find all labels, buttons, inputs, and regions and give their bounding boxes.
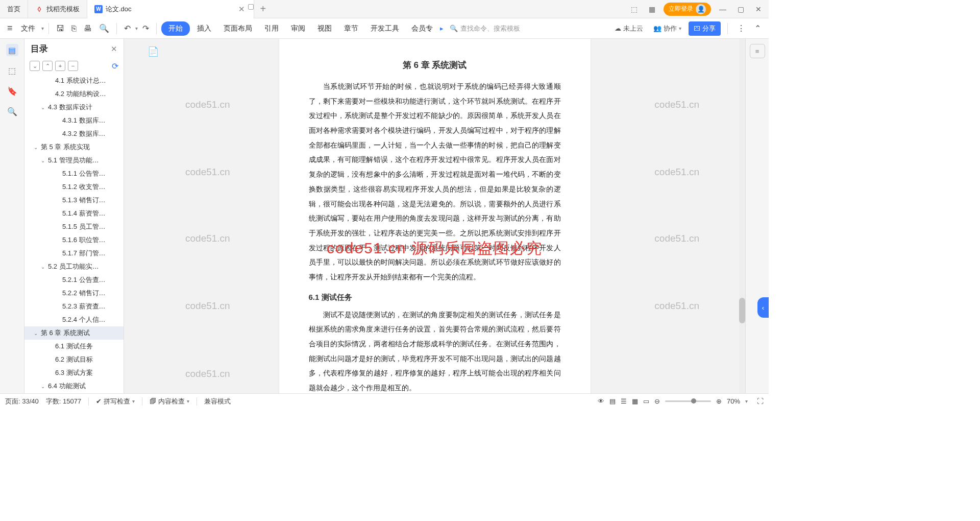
share-button[interactable]: ⮹分享 [689, 21, 721, 36]
outline-item[interactable]: ⌄6.4 功能测试 [24, 380, 124, 393]
menu-icon[interactable]: ≡ [5, 21, 15, 36]
collab-button[interactable]: 👥协作▾ [650, 22, 684, 35]
zoom-out-icon[interactable]: ⊖ [654, 397, 660, 405]
outline-close-icon[interactable]: ✕ [111, 44, 117, 54]
outline-item[interactable]: ⌄4.3 数据库设计 [24, 101, 124, 114]
outline-item[interactable]: 5.2.3 薪资查… [24, 300, 124, 313]
outline-item[interactable]: 4.2 功能结构设… [24, 87, 124, 101]
outline-item-label: 6.1 测试任务 [55, 342, 93, 351]
outline-item[interactable]: 5.1.1 公告管… [24, 167, 124, 180]
redo-icon[interactable]: ↷ [140, 21, 152, 35]
eye-icon[interactable]: 👁 [598, 397, 604, 405]
tab-home[interactable]: 首页 [0, 0, 28, 18]
outline-item[interactable]: 5.1.7 部门管… [24, 247, 124, 260]
close-button[interactable]: ✕ [752, 4, 765, 15]
view-web-icon[interactable]: ▦ [632, 397, 638, 405]
add-tab-button[interactable]: + [254, 3, 273, 15]
outline-item[interactable]: 5.1.6 职位管… [24, 233, 124, 247]
cloud-button[interactable]: ☁未上云 [611, 22, 646, 35]
command-search[interactable]: 🔍查找命令、搜索模板 [446, 24, 524, 33]
outline-list[interactable]: 4.1 系统设计总…4.2 功能结构设…⌄4.3 数据库设计4.3.1 数据库…… [24, 73, 124, 393]
page-status[interactable]: 页面: 33/40 [5, 397, 39, 406]
chevron-down-icon[interactable]: ▾ [41, 26, 44, 31]
ribbon-tab-devtools[interactable]: 开发工具 [365, 21, 404, 36]
view-print-icon[interactable]: ▤ [609, 397, 616, 405]
undo-icon[interactable]: ↶ [121, 21, 133, 35]
outline-item[interactable]: 4.3.2 数据库… [24, 127, 124, 140]
ribbon-tab-review[interactable]: 审阅 [286, 21, 310, 36]
print-icon[interactable]: 🖶 [81, 22, 94, 35]
outline-item[interactable]: 5.1.4 薪资管… [24, 207, 124, 220]
chapter-title: 第 6 章 系统测试 [309, 59, 561, 71]
outline-item[interactable]: 4.1 系统设计总… [24, 74, 124, 87]
apps-icon[interactable]: ▦ [646, 4, 658, 15]
ribbon-tab-view[interactable]: 视图 [312, 21, 337, 36]
spell-icon: ✔ [96, 397, 102, 405]
sync-icon[interactable]: ⟳ [112, 61, 118, 71]
ribbon-tab-insert[interactable]: 插入 [192, 21, 216, 36]
outline-rail-icon[interactable]: ▤ [6, 44, 18, 56]
tab-templates[interactable]: ◊找稻壳模板 [28, 0, 87, 18]
minimize-button[interactable]: — [716, 4, 729, 15]
collapse-icon[interactable]: ⌃ [752, 21, 764, 35]
collapse-all-icon[interactable]: ⌄ [30, 61, 40, 71]
ribbon-tab-start[interactable]: 开始 [161, 21, 190, 36]
outline-item[interactable]: 6.3 测试方案 [24, 366, 124, 380]
outline-item[interactable]: 4.3.1 数据库… [24, 114, 124, 127]
presenter-icon[interactable]: ▢ [248, 2, 254, 10]
content-check-button[interactable]: 🗐内容检查▾ [150, 397, 189, 406]
spell-check-button[interactable]: ✔拼写检查▾ [96, 397, 135, 406]
outline-item[interactable]: 6.2 测试目标 [24, 353, 124, 366]
login-button[interactable]: 立即登录👤 [664, 3, 711, 16]
outline-item[interactable]: 5.1.3 销售订… [24, 194, 124, 207]
ribbon-tab-reference[interactable]: 引用 [259, 21, 284, 36]
compat-mode[interactable]: 兼容模式 [204, 397, 231, 406]
ribbon-tab-section[interactable]: 章节 [339, 21, 363, 36]
outline-item-label: 4.3.2 数据库… [62, 129, 106, 138]
maximize-button[interactable]: ▢ [734, 4, 747, 15]
doc-scrollbar[interactable] [739, 39, 745, 393]
ribbon-tab-layout[interactable]: 页面布局 [218, 21, 257, 36]
search-rail-icon[interactable]: 🔍 [6, 105, 18, 117]
export-icon[interactable]: ⎘ [69, 22, 79, 35]
outline-item[interactable]: 5.1.2 收支管… [24, 180, 124, 194]
zoom-slider[interactable] [665, 400, 711, 402]
outline-item-label: 4.3.1 数据库… [62, 116, 106, 125]
outline-item[interactable]: ⌄第 5 章 系统实现 [24, 140, 124, 154]
add-heading-icon[interactable]: + [55, 61, 65, 71]
outline-item[interactable]: ⌄5.2 员工功能实… [24, 260, 124, 273]
close-icon[interactable]: ✕ [237, 5, 247, 14]
panel-toggle-icon[interactable]: ≡ [750, 44, 765, 58]
save-icon[interactable]: 🖫 [54, 22, 67, 35]
outline-item[interactable]: 5.1.5 员工管… [24, 220, 124, 233]
outline-item[interactable]: ⌄第 6 章 系统测试 [24, 326, 124, 340]
outline-item[interactable]: ⌄5.1 管理员功能… [24, 154, 124, 167]
outline-item[interactable]: 5.2.1 公告查… [24, 273, 124, 287]
outline-item[interactable]: 6.1 测试任务 [24, 340, 124, 353]
watermark: code51.cn [185, 99, 230, 110]
side-tab-button[interactable]: ‹ [757, 297, 769, 318]
bookmark-rail-icon[interactable]: 🔖 [6, 85, 18, 97]
fullscreen-icon[interactable]: ⛶ [757, 397, 764, 405]
page-indicator-icon[interactable]: 📄 [148, 46, 159, 57]
outline-item[interactable]: 5.2.2 销售订… [24, 287, 124, 300]
status-bar: 页面: 33/40 字数: 15077 ✔拼写检查▾ 🗐内容检查▾ 兼容模式 👁… [0, 393, 769, 409]
file-menu[interactable]: 文件 [17, 22, 39, 35]
view-outline-icon[interactable]: ☰ [621, 397, 627, 405]
zoom-in-icon[interactable]: ⊕ [716, 397, 722, 405]
expand-all-icon[interactable]: ⌃ [42, 61, 53, 71]
title-bar: 首页 ◊找稻壳模板 W论文.doc ▢ ✕ + ⬚ ▦ 立即登录👤 — ▢ ✕ [0, 0, 769, 18]
remove-heading-icon[interactable]: − [68, 61, 78, 71]
layout-icon[interactable]: ⬚ [628, 4, 641, 15]
preview-icon[interactable]: 🔍 [96, 21, 112, 35]
more-icon[interactable]: ⋮ [734, 21, 748, 35]
page[interactable]: 第 6 章 系统测试 当系统测试环节开始的时候，也就说明对于系统的编码已经弄得大… [279, 39, 591, 393]
structure-rail-icon[interactable]: ⬚ [6, 64, 18, 77]
ribbon-tab-member[interactable]: 会员专 [406, 21, 438, 36]
outline-item[interactable]: 5.2.4 个人信… [24, 313, 124, 326]
tab-document[interactable]: W论文.doc ▢ ✕ [87, 0, 254, 18]
word-count[interactable]: 字数: 15077 [46, 397, 81, 406]
zoom-value[interactable]: 70% [727, 397, 740, 405]
read-mode-icon[interactable]: ▭ [643, 397, 649, 405]
outline-item-label: 5.2 员工功能实… [48, 262, 99, 271]
